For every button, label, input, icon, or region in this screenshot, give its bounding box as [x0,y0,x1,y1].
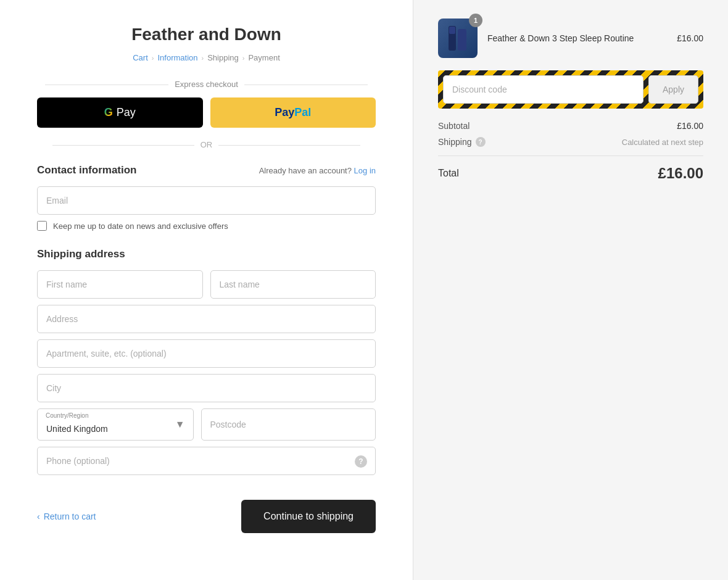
email-field[interactable] [37,186,376,215]
breadcrumb-payment: Payment [248,53,279,62]
contact-section-header: Contact information Already have an acco… [37,164,376,176]
subtotal-value: £16.00 [677,121,703,131]
summary-divider [438,155,703,156]
shipping-label: Shipping ? [438,137,486,147]
gpay-button[interactable]: G Pay [37,97,203,128]
already-account-text: Already have an account? [259,166,352,175]
continue-to-shipping-button[interactable]: Continue to shipping [241,500,376,533]
svg-rect-2 [449,27,455,34]
newsletter-row: Keep me up to date on news and exclusive… [37,221,376,231]
product-name: Feather & Down 3 Step Sleep Routine [487,33,667,43]
paypal-logo-p: Pal [294,106,311,118]
total-row: Total £16.00 [438,165,703,182]
last-name-field[interactable] [210,270,376,299]
paypal-button[interactable]: PayPal [210,97,376,128]
product-price: £16.00 [677,33,703,43]
breadcrumb-shipping: Shipping [207,53,239,62]
postcode-field[interactable] [201,408,376,441]
or-divider: OR [37,140,376,149]
discount-section: Apply [438,70,703,109]
svg-rect-1 [458,29,466,51]
country-wrapper: Country/Region United Kingdom ▼ [37,408,194,441]
product-image-svg [445,23,470,54]
breadcrumb-cart[interactable]: Cart [133,53,148,62]
first-name-field[interactable] [37,270,203,299]
phone-wrapper: ? [37,447,376,481]
breadcrumb-information[interactable]: Information [157,53,197,62]
product-quantity-badge: 1 [469,14,482,27]
bottom-nav: ‹ Return to cart Continue to shipping [37,500,376,533]
total-label: Total [438,168,459,179]
newsletter-label[interactable]: Keep me up to date on news and exclusive… [53,222,228,231]
return-chevron-icon: ‹ [37,512,40,521]
return-to-cart-link[interactable]: ‹ Return to cart [37,512,96,521]
address-field[interactable] [37,305,376,333]
contact-title: Contact information [37,164,137,176]
country-postcode-row: Country/Region United Kingdom ▼ [37,408,376,441]
discount-code-input[interactable] [443,75,643,104]
phone-field[interactable] [37,447,376,475]
breadcrumb-sep-1: › [152,54,154,62]
left-panel: Feather and Down Cart › Information › Sh… [0,0,413,580]
subtotal-row: Subtotal £16.00 [438,121,703,131]
shipping-value: Calculated at next step [622,138,703,147]
shipping-row: Shipping ? Calculated at next step [438,137,703,147]
shipping-address-title: Shipping address [37,248,376,260]
return-to-cart-label: Return to cart [44,512,96,521]
breadcrumb-sep-3: › [242,54,245,62]
log-in-link[interactable]: Log in [354,166,376,175]
store-title: Feather and Down [37,25,376,44]
gpay-g-icon: G [104,106,113,119]
express-buttons: G Pay PayPal [37,97,376,128]
product-image-wrapper: 1 [438,19,478,58]
name-row [37,270,376,305]
shipping-label-text: Shipping [438,137,472,147]
right-panel: 1 Feather & Down 3 Step Sleep Routine £1… [413,0,728,580]
gpay-text: Pay [117,106,136,119]
apartment-field[interactable] [37,339,376,368]
country-select[interactable]: United Kingdom [37,408,194,441]
login-link: Already have an account? Log in [259,166,376,175]
product-row: 1 Feather & Down 3 Step Sleep Routine £1… [438,19,703,58]
breadcrumb-sep-2: › [202,54,204,62]
express-checkout-label: Express checkout [37,80,376,89]
phone-help-icon[interactable]: ? [355,455,367,468]
discount-inner: Apply [443,75,698,104]
breadcrumb: Cart › Information › Shipping › Payment [37,53,376,62]
apply-button[interactable]: Apply [648,75,698,104]
newsletter-checkbox[interactable] [37,221,47,231]
city-field[interactable] [37,374,376,402]
subtotal-label: Subtotal [438,121,469,131]
shipping-help-icon[interactable]: ? [476,137,486,147]
total-value: £16.00 [658,165,703,182]
paypal-logo: PayPal [275,106,311,119]
